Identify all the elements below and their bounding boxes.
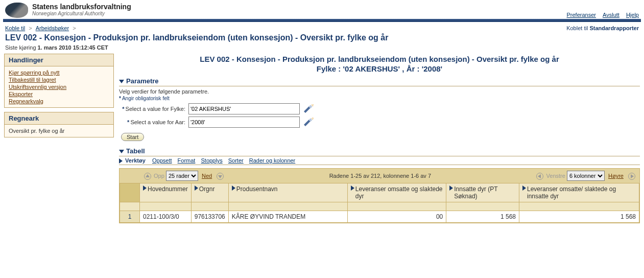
col-produsentnavn[interactable]: Produsentnavn	[228, 183, 347, 202]
col-leveranser-total[interactable]: Leveranser omsatte/ slaktede og innsatte…	[519, 183, 639, 202]
action-print[interactable]: Utskriftsvennlig versjon	[9, 84, 109, 90]
brand-block: Statens landbruksforvaltning Norwegian A…	[32, 3, 131, 16]
sort-icon	[522, 186, 526, 191]
page-title: LEV 002 - Konsesjon - Produksjon pr. lan…	[0, 32, 644, 44]
section-tabell[interactable]: Tabell	[119, 146, 640, 156]
row-number: 1	[120, 211, 140, 223]
collapse-icon	[119, 80, 124, 83]
report-title-2: Fylke : '02 AKERSHUS' , År : '2008'	[119, 64, 640, 73]
param-aar-input[interactable]	[188, 117, 300, 128]
panel-regneark: Regneark Oversikt pr. fylke og år	[4, 112, 114, 137]
tool-rader[interactable]: Rader og kolonner	[249, 157, 296, 164]
cell-innsatte: 1 568	[446, 211, 519, 223]
connected-to: Koblet til Standardrapporter	[566, 25, 639, 31]
crumb-connect[interactable]: Koble til	[5, 25, 25, 31]
flashlight-icon[interactable]	[303, 118, 314, 127]
start-button[interactable]: Start	[121, 133, 144, 141]
panel-handlinger-title: Handlinger	[5, 54, 113, 66]
col-orgnr[interactable]: Orgnr	[191, 183, 228, 202]
data-grid: Hovednummer Orgnr Produsentnavn Leverans…	[120, 183, 639, 223]
cell-orgnr: 976133706	[191, 211, 228, 223]
prefs-link[interactable]: Preferanser	[567, 12, 596, 18]
pager-bar: Opp 25 rader Ned Radene 1-25 av 212, kol…	[120, 169, 639, 183]
sort-icon	[195, 186, 198, 191]
corner-cell	[120, 183, 140, 202]
cell-lev-total: 1 568	[519, 211, 639, 223]
cell-hovednummer: 0211-100/3/0	[140, 211, 192, 223]
tool-oppsett[interactable]: Oppsett	[152, 157, 172, 164]
page-right-icon[interactable]	[628, 173, 635, 180]
crumb-sep: >	[71, 25, 76, 31]
tool-format[interactable]: Format	[178, 157, 196, 164]
table-toolbar: Verktøy Oppsett Format Stopplys Sorter R…	[119, 156, 640, 165]
sort-icon	[449, 186, 453, 191]
crumb-workbooks[interactable]: Arbeidsbøker	[36, 25, 69, 31]
grid-wrapper: Opp 25 rader Ned Radene 1-25 av 212, kol…	[119, 168, 640, 223]
page-up-label: Opp	[154, 173, 164, 179]
flashlight-icon[interactable]	[303, 104, 314, 113]
sheet-oversikt[interactable]: Oversikt pr. fylke og år	[9, 128, 109, 134]
sub-header-row	[120, 202, 639, 211]
action-export[interactable]: Eksporter	[9, 91, 109, 97]
brand-subtitle: Norwegian Agricultural Authority	[32, 11, 131, 16]
sort-icon	[143, 186, 147, 191]
cols-per-page-select[interactable]: 6 kolonner	[567, 171, 605, 181]
report-title-1: LEV 002 - Konsesjon - Produksjon pr. lan…	[119, 55, 640, 63]
page-up-disabled-icon	[144, 173, 151, 180]
table-row[interactable]: 1 0211-100/3/0 976133706 KÅRE ØYVIND TRA…	[120, 211, 639, 223]
col-leveranser-omsatte[interactable]: Leveranser omsatte og slaktede dyr	[347, 183, 446, 202]
param-fylke-input[interactable]	[188, 103, 300, 114]
rows-per-page-select[interactable]: 25 rader	[166, 171, 198, 181]
toolbar-label: Verktøy	[125, 157, 146, 164]
cell-produsent: KÅRE ØYVIND TRANDEM	[228, 211, 347, 223]
page-down-link[interactable]: Ned	[202, 173, 212, 179]
logout-link[interactable]: Avslutt	[603, 12, 619, 18]
param-hint: Velg verdier for følgende parametre.	[119, 88, 640, 95]
action-reset[interactable]: Tilbakestill til lagret	[9, 77, 109, 83]
header-links: Preferanser Avslutt Hjelp	[562, 3, 639, 18]
col-innsatte[interactable]: Innsatte dyr (PT Søknad)	[446, 183, 519, 202]
connected-value: Standardrapporter	[589, 25, 639, 31]
crumb-sep: >	[27, 25, 34, 31]
param-row-fylke: *Select a value for Fylke:	[119, 103, 640, 114]
required-note: *Angir obligatorisk felt	[119, 96, 640, 101]
tool-stopplys[interactable]: Stopplys	[201, 157, 222, 164]
last-run: Siste kjøring 1. mars 2010 15:12:45 CET	[0, 44, 644, 54]
sort-icon	[351, 186, 354, 191]
page-right-link[interactable]: Høyre	[608, 173, 624, 179]
tool-sorter[interactable]: Sorter	[228, 157, 244, 164]
col-hovednummer[interactable]: Hovednummer	[140, 183, 192, 202]
page-left-disabled-icon	[536, 173, 543, 180]
panel-handlinger: Handlinger Kjør spørring på nytt Tilbake…	[4, 54, 114, 108]
page-left-label: Venstre	[546, 173, 565, 179]
agency-logo	[5, 3, 28, 18]
last-run-label: Siste kjøring	[5, 44, 36, 51]
last-run-value: 1. mars 2010 15:12:45 CET	[38, 44, 108, 51]
action-rerun[interactable]: Kjør spørring på nytt	[9, 70, 109, 76]
page-down-icon[interactable]	[217, 173, 224, 180]
pager-status: Radene 1-25 av 212, kolonnene 1-6 av 7	[225, 173, 535, 179]
breadcrumb: Koble til > Arbeidsbøker > Koblet til St…	[0, 22, 644, 32]
expand-icon	[119, 158, 123, 164]
help-link[interactable]: Hjelp	[626, 12, 639, 18]
action-sheet-options[interactable]: Regnearkvalg	[9, 98, 109, 104]
brand-title: Statens landbruksforvaltning	[32, 3, 131, 11]
collapse-icon	[119, 150, 124, 153]
param-aar-label: Select a value for Aar:	[130, 119, 185, 125]
cell-lev-omsatte: 00	[347, 211, 446, 223]
param-row-aar: *Select a value for Aar:	[119, 117, 640, 128]
connected-label: Koblet til	[566, 25, 588, 31]
param-fylke-label: Select a value for Fylke:	[126, 106, 185, 112]
panel-regneark-title: Regneark	[5, 112, 113, 124]
sort-icon	[232, 186, 235, 191]
header-row: Hovednummer Orgnr Produsentnavn Leverans…	[120, 183, 639, 202]
section-parametre[interactable]: Parametre	[119, 76, 640, 86]
